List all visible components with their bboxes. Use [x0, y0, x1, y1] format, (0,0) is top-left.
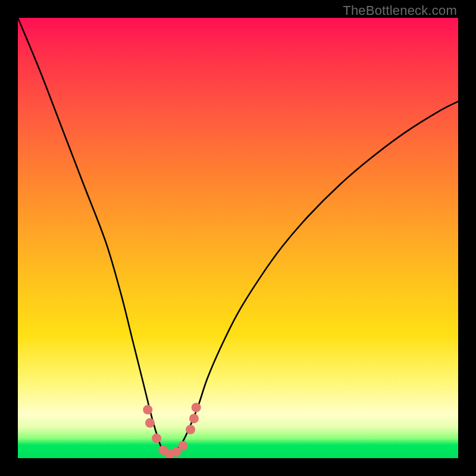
bottleneck-curve	[18, 18, 458, 455]
curve-marker	[145, 418, 155, 428]
curve-marker	[192, 403, 201, 412]
curve-markers	[143, 403, 201, 458]
curve-marker	[143, 405, 152, 415]
curve-marker	[186, 425, 195, 434]
bottleneck-curve-svg	[18, 18, 458, 458]
curve-marker	[178, 441, 188, 450]
curve-marker	[152, 434, 161, 443]
chart-frame: TheBottleneck.com	[0, 0, 476, 476]
curve-marker	[189, 414, 199, 423]
plot-area	[18, 18, 458, 458]
watermark-text: TheBottleneck.com	[343, 3, 457, 18]
